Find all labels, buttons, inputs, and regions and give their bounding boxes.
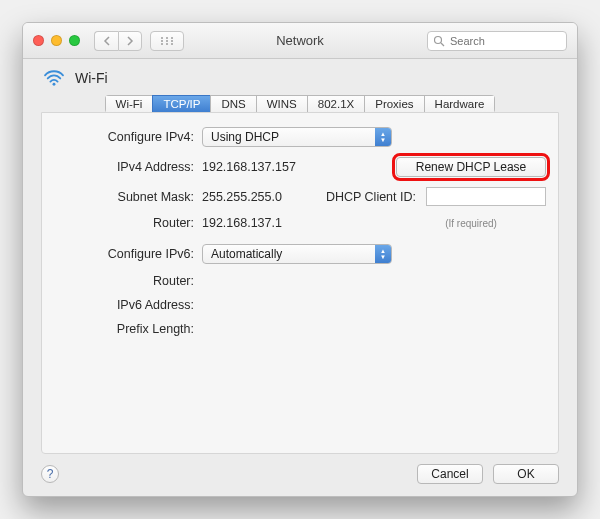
configure-ipv6-select[interactable]: Automatically ▲▼ <box>202 244 392 264</box>
svg-point-6 <box>161 43 163 45</box>
grid-icon <box>160 36 174 46</box>
configure-ipv6-label: Configure IPv6: <box>56 247 198 261</box>
configure-ipv4-label: Configure IPv4: <box>56 130 198 144</box>
titlebar: Network <box>23 23 577 59</box>
svg-point-2 <box>171 37 173 39</box>
ipv4-router-value: 192.168.137.1 <box>202 216 392 230</box>
help-button[interactable]: ? <box>41 465 59 483</box>
search-icon <box>433 35 445 47</box>
svg-point-9 <box>435 36 442 43</box>
tab-hardware[interactable]: Hardware <box>424 95 496 113</box>
renew-dhcp-lease-button[interactable]: Renew DHCP Lease <box>396 157 546 177</box>
select-stepper-icon: ▲▼ <box>375 128 391 146</box>
dhcp-client-id-input[interactable] <box>426 187 546 206</box>
footer: ? Cancel OK <box>41 464 559 484</box>
tab-wins[interactable]: WINS <box>256 95 307 113</box>
ipv6-address-label: IPv6 Address: <box>56 298 198 312</box>
wifi-icon <box>43 69 65 87</box>
dhcp-client-id-helper: (If required) <box>396 218 546 229</box>
minimize-window-button[interactable] <box>51 35 62 46</box>
tab-tcpip[interactable]: TCP/IP <box>152 95 210 113</box>
svg-point-4 <box>166 40 168 42</box>
prefix-length-label: Prefix Length: <box>56 322 198 336</box>
tab-dns[interactable]: DNS <box>210 95 255 113</box>
configure-ipv4-select[interactable]: Using DHCP ▲▼ <box>202 127 392 147</box>
back-button[interactable] <box>94 31 118 51</box>
content: Wi-Fi Wi-Fi TCP/IP DNS WINS 802.1X Proxi… <box>23 59 577 496</box>
svg-point-0 <box>161 37 163 39</box>
ok-button[interactable]: OK <box>493 464 559 484</box>
svg-line-10 <box>441 43 444 46</box>
ipv4-address-label: IPv4 Address: <box>56 160 198 174</box>
svg-point-11 <box>53 83 56 86</box>
forward-button[interactable] <box>118 31 142 51</box>
chevron-left-icon <box>103 36 111 46</box>
show-all-button[interactable] <box>150 31 184 51</box>
window-controls <box>33 35 80 46</box>
configure-ipv4-value: Using DHCP <box>211 130 279 144</box>
tab-8021x[interactable]: 802.1X <box>307 95 364 113</box>
interface-header: Wi-Fi <box>43 69 559 87</box>
ipv6-router-label: Router: <box>56 274 198 288</box>
tab-proxies[interactable]: Proxies <box>364 95 423 113</box>
network-advanced-window: Network Wi-Fi Wi-Fi TCP/IP <box>22 22 578 497</box>
svg-point-3 <box>161 40 163 42</box>
close-window-button[interactable] <box>33 35 44 46</box>
dhcp-client-id-label: DHCP Client ID: <box>326 190 420 204</box>
select-stepper-icon: ▲▼ <box>375 245 391 263</box>
svg-point-1 <box>166 37 168 39</box>
svg-point-5 <box>171 40 173 42</box>
svg-point-7 <box>166 43 168 45</box>
tab-bar: Wi-Fi TCP/IP DNS WINS 802.1X Proxies Har… <box>41 95 559 113</box>
interface-name: Wi-Fi <box>75 70 108 86</box>
configure-ipv6-value: Automatically <box>211 247 282 261</box>
search-input[interactable] <box>427 31 567 51</box>
subnet-mask-label: Subnet Mask: <box>56 190 198 204</box>
search-wrap <box>427 31 567 51</box>
chevron-right-icon <box>126 36 134 46</box>
ipv4-address-value: 192.168.137.157 <box>202 160 392 174</box>
nav-back-forward <box>94 31 142 51</box>
tab-wifi[interactable]: Wi-Fi <box>105 95 153 113</box>
zoom-window-button[interactable] <box>69 35 80 46</box>
tcpip-pane: Configure IPv4: Using DHCP ▲▼ IPv4 Addre… <box>41 112 559 454</box>
cancel-button[interactable]: Cancel <box>417 464 483 484</box>
svg-point-8 <box>171 43 173 45</box>
ipv4-router-label: Router: <box>56 216 198 230</box>
